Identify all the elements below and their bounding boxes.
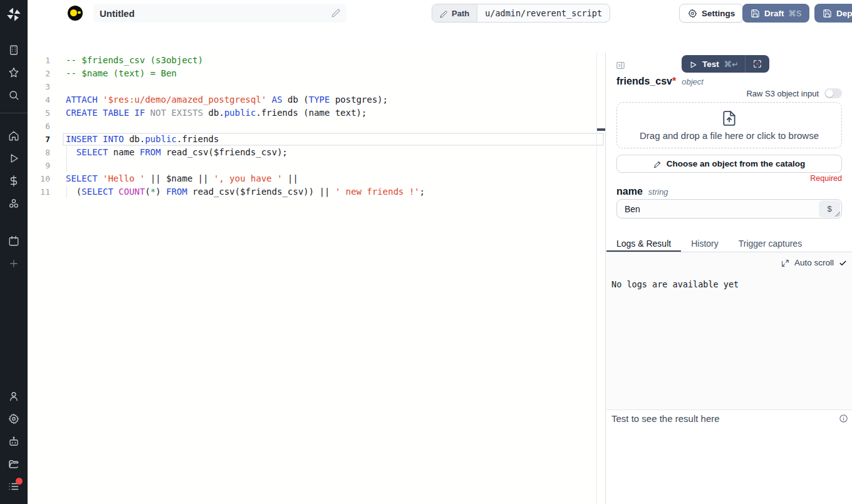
add-plus-icon[interactable] bbox=[8, 258, 19, 269]
code-text: INSERT INTO db.public.friends bbox=[66, 133, 219, 146]
code-editor[interactable]: 1-- $friends_csv (s3object)2-- $name (te… bbox=[28, 53, 606, 504]
user-icon[interactable] bbox=[8, 391, 19, 402]
windmill-logo-icon[interactable] bbox=[6, 6, 22, 23]
workspace-icon[interactable] bbox=[8, 44, 19, 56]
code-text: ATTACH '$res:u/demo/amazed_postgresql' A… bbox=[66, 93, 388, 106]
auto-scroll-label: Auto scroll bbox=[794, 258, 834, 267]
runs-play-icon[interactable] bbox=[8, 153, 19, 164]
check-icon bbox=[839, 259, 847, 267]
auto-scroll-toggle[interactable]: Auto scroll bbox=[781, 258, 847, 267]
name-input-field[interactable]: Ben $ bbox=[616, 199, 842, 219]
settings-gear-icon[interactable] bbox=[8, 413, 19, 424]
play-icon[interactable] bbox=[689, 60, 697, 68]
app-window: Untitled Path u/admin/reverent_script Se… bbox=[0, 0, 852, 504]
arg-name-label: name string bbox=[616, 186, 668, 197]
test-button-group: Test ⌘↵ bbox=[682, 55, 769, 73]
save-icon bbox=[823, 9, 832, 18]
deploy-button[interactable]: Deploy bbox=[814, 4, 852, 23]
code-line: 4ATTACH '$res:u/demo/amazed_postgresql' … bbox=[28, 93, 605, 106]
line-number: 5 bbox=[28, 106, 66, 120]
draft-shortcut: ⌘S bbox=[789, 9, 802, 18]
folders-icon[interactable] bbox=[8, 458, 19, 470]
gear-icon bbox=[688, 9, 697, 18]
editor-toolbar: Reset ± Library Use VScode bbox=[28, 26, 852, 53]
line-number: 6 bbox=[28, 120, 66, 133]
name-input-value: Ben bbox=[617, 204, 819, 214]
line-number: 7 bbox=[28, 133, 66, 146]
code-line: 1-- $friends_csv (s3object) bbox=[28, 54, 605, 67]
resize-handle[interactable] bbox=[835, 212, 840, 217]
resources-icon[interactable] bbox=[8, 198, 19, 209]
line-number: 1 bbox=[28, 54, 66, 67]
line-number: 9 bbox=[28, 159, 66, 172]
test-button[interactable]: Test bbox=[702, 59, 719, 69]
test-shortcut: ⌘↵ bbox=[724, 59, 739, 69]
indent-guide bbox=[66, 159, 67, 172]
code-line: 10SELECT 'Hello ' || $name || ', you hav… bbox=[28, 172, 605, 185]
path-button[interactable]: Path u/admin/reverent_script bbox=[432, 4, 610, 23]
collapse-panel-icon[interactable] bbox=[616, 61, 625, 70]
tab-trigger-captures[interactable]: Trigger captures bbox=[729, 237, 812, 252]
edit-path-pencil-icon bbox=[440, 9, 447, 17]
line-number: 3 bbox=[28, 80, 66, 93]
code-line: 2-- $name (text) = Ben bbox=[28, 67, 605, 80]
sidebar-divider bbox=[0, 113, 28, 113]
expand-icon bbox=[781, 259, 789, 267]
arg-name: name bbox=[616, 186, 643, 197]
line-number: 2 bbox=[28, 67, 66, 80]
home-icon[interactable] bbox=[8, 130, 19, 141]
file-dropzone[interactable]: Drag and drop a file here or click to br… bbox=[616, 102, 842, 148]
line-number: 8 bbox=[28, 146, 66, 159]
code-line: 5CREATE TABLE IF NOT EXISTS db.public.fr… bbox=[28, 106, 605, 120]
code-text: SELECT 'Hello ' || $name || ', you have … bbox=[66, 172, 298, 185]
code-text: (SELECT COUNT(*) FROM read_csv($friends_… bbox=[66, 185, 425, 198]
test-panel: Test ⌘↵ friends_csv* object Raw S3 objec… bbox=[606, 53, 852, 504]
notification-dot bbox=[16, 478, 23, 485]
edit-title-pencil-icon[interactable] bbox=[331, 9, 340, 18]
schedules-calendar-icon[interactable] bbox=[8, 235, 19, 247]
code-text: CREATE TABLE IF NOT EXISTS db.public.fri… bbox=[66, 106, 366, 120]
tab-logs-result[interactable]: Logs & Result bbox=[606, 237, 681, 252]
script-title: Untitled bbox=[100, 8, 331, 19]
result-tabs: Logs & Result History Trigger captures bbox=[606, 237, 852, 252]
info-icon[interactable] bbox=[839, 414, 848, 423]
choose-object-button[interactable]: Choose an object from the catalog bbox=[616, 155, 842, 173]
deploy-label: Deploy bbox=[836, 9, 852, 18]
duckdb-language-icon[interactable] bbox=[68, 6, 83, 21]
favorites-star-icon[interactable] bbox=[8, 67, 19, 78]
draft-button[interactable]: Draft ⌘S bbox=[742, 4, 809, 23]
raw-s3-row: Raw S3 object input bbox=[746, 88, 842, 98]
audit-logs-list-icon[interactable] bbox=[8, 481, 19, 492]
editor-right-guide bbox=[596, 53, 597, 504]
search-icon[interactable] bbox=[8, 90, 19, 101]
no-logs-text: No logs are available yet bbox=[611, 279, 739, 289]
sidebar bbox=[0, 0, 28, 504]
arg-friends-csv-label: friends_csv* object bbox=[616, 76, 704, 87]
path-label: Path bbox=[452, 9, 469, 18]
line-number: 11 bbox=[28, 185, 66, 198]
code-line: 6 bbox=[28, 120, 605, 133]
settings-button[interactable]: Settings bbox=[679, 4, 744, 23]
raw-s3-label: Raw S3 object input bbox=[746, 89, 819, 98]
workers-robot-icon[interactable] bbox=[8, 436, 19, 447]
script-title-input[interactable]: Untitled bbox=[93, 4, 346, 23]
capture-button[interactable] bbox=[748, 56, 767, 71]
code-line: 9 bbox=[28, 159, 605, 172]
result-divider bbox=[606, 409, 852, 410]
code-line: 11 (SELECT COUNT(*) FROM read_csv($frien… bbox=[28, 185, 605, 198]
arg-name: friends_csv bbox=[616, 76, 672, 86]
pipette-icon bbox=[653, 160, 662, 168]
code-line: 8 SELECT name FROM read_csv($friends_csv… bbox=[28, 146, 605, 159]
code-text: SELECT name FROM read_csv($friends_csv); bbox=[66, 146, 288, 159]
result-placeholder-row: Test to see the result here bbox=[611, 413, 848, 424]
choose-object-label: Choose an object from the catalog bbox=[667, 159, 805, 168]
draft-label: Draft bbox=[764, 9, 784, 18]
line-number: 4 bbox=[28, 93, 66, 106]
required-badge: Required bbox=[810, 174, 842, 183]
code-text: -- $friends_csv (s3object) bbox=[66, 54, 203, 67]
settings-label: Settings bbox=[702, 9, 735, 18]
tab-history[interactable]: History bbox=[681, 237, 729, 252]
raw-s3-toggle[interactable] bbox=[824, 88, 842, 98]
code-line: 3 bbox=[28, 80, 605, 93]
variables-dollar-icon[interactable] bbox=[8, 175, 19, 187]
